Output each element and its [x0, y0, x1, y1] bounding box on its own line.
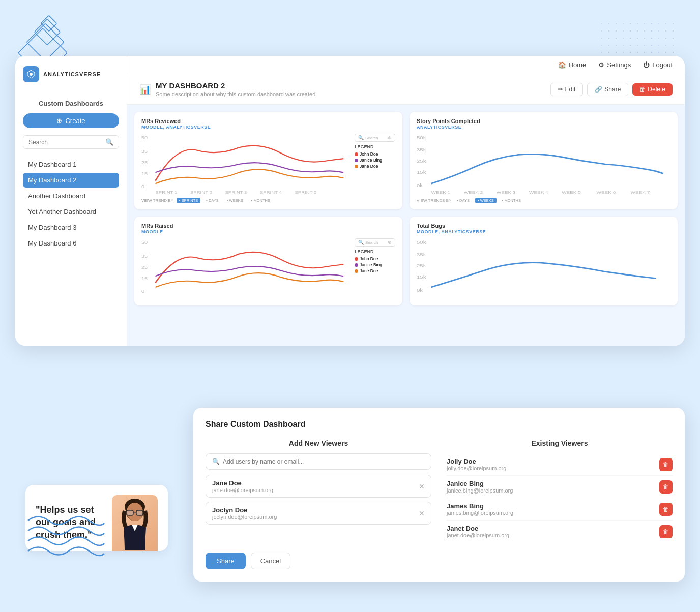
logo-icon [23, 66, 39, 82]
legend-title: LEGEND [355, 144, 395, 149]
legend-title-raised: LEGEND [355, 249, 395, 254]
remove-jolly-button[interactable]: 🗑 [659, 458, 673, 471]
dashboard-title-area: 📊 MY DASHBOARD 2 Some description about … [139, 81, 315, 97]
sidebar-item-dashboard1[interactable]: My Dashboard 1 [23, 157, 119, 172]
existing-viewer-jolly: Jolly Doe jolly.doe@loreipsum.org 🗑 [447, 453, 673, 476]
chart-subtitle-mrs-reviewed: MOODLE, ANALYTICSVERSE [141, 125, 395, 130]
svg-text:25k: 25k [417, 263, 426, 268]
delete-button[interactable]: 🗑 Delete [632, 83, 673, 96]
svg-text:50k: 50k [417, 240, 426, 244]
bg-waves-decoration [25, 510, 107, 561]
remove-jane-button[interactable]: ✕ [419, 482, 425, 491]
sidebar-item-dashboard3[interactable]: My Dashboard 3 [23, 220, 119, 235]
svg-text:25k: 25k [417, 159, 426, 163]
svg-text:WEEK 3: WEEK 3 [497, 190, 516, 195]
sidebar-item-yet-another[interactable]: Yet Another Dashboard [23, 204, 119, 219]
svg-text:15: 15 [141, 171, 148, 176]
svg-rect-41 [136, 510, 143, 515]
existing-viewer-jolly-name: Jolly Doe [447, 457, 506, 465]
create-button[interactable]: ⊕ Create [23, 113, 119, 128]
sidebar-item-dashboard2[interactable]: My Dashboard 2 [23, 173, 119, 188]
sidebar-section-title: Custom Dashboards [23, 100, 119, 107]
sidebar: ANALYTICSVERSE Custom Dashboards ⊕ Creat… [15, 56, 127, 346]
pencil-icon: ✏ [558, 86, 563, 93]
remove-janice-button[interactable]: 🗑 [659, 480, 673, 494]
viewer-search-box[interactable]: 🔍 [206, 453, 431, 470]
legend-search[interactable]: 🔍 Search ⊕ [355, 134, 395, 142]
svg-text:WEEK 2: WEEK 2 [464, 190, 483, 195]
existing-viewer-jolly-email: jolly.doe@loreipsum.org [447, 465, 506, 471]
home-nav-item[interactable]: 🏠 Home [558, 61, 587, 69]
chart-title-total-bugs: Total Bugs [417, 223, 670, 229]
legend-item-john-raised: John Doe [355, 256, 395, 261]
new-viewer-joclyn: Joclyn Doe joclyn.doe@loreipsum.org ✕ [206, 502, 431, 525]
chart-title-story-points: Story Points Completed [417, 118, 670, 124]
share-modal: Share Custom Dashboard Add New Viewers 🔍… [193, 408, 685, 582]
search-icon: 🔍 [212, 458, 220, 465]
legend-item-john: John Doe [355, 151, 395, 157]
legend-dot-orange-raised [355, 269, 358, 273]
new-viewer-jane: Jane Doe jane.doe@loreipsum.org ✕ [206, 475, 431, 498]
cancel-button[interactable]: Cancel [251, 553, 290, 569]
svg-text:35k: 35k [417, 147, 426, 152]
sidebar-item-another[interactable]: Another Dashboard [23, 189, 119, 203]
chart-area-mrs-reviewed: 50 35 25 15 0 SPRINT 1 SPR [141, 134, 351, 195]
sidebar-search-box[interactable]: 🔍 [23, 135, 119, 149]
existing-viewer-james: James Bing james.bing@loreipsum.org 🗑 [447, 498, 673, 521]
legend-search-raised[interactable]: 🔍 Search ⊕ [355, 238, 395, 247]
legend-dot-red [355, 152, 358, 156]
dashboard-description: Some description about why this custom d… [156, 91, 315, 97]
dashboard-header: 📊 MY DASHBOARD 2 Some description about … [127, 74, 685, 105]
svg-text:SPRINT 4: SPRINT 4 [260, 190, 282, 195]
trend-weeks[interactable]: ▪ WEEKS [224, 198, 246, 203]
trend-months-sp[interactable]: ▪ MONTHS [500, 198, 523, 203]
settings-icon: ⚙ [598, 61, 604, 69]
svg-text:WEEK 6: WEEK 6 [597, 190, 616, 195]
search-icon: 🔍 [105, 138, 113, 146]
remove-james-button[interactable]: 🗑 [659, 503, 673, 516]
legend-item-janice: Janice Bing [355, 158, 395, 163]
svg-rect-40 [127, 510, 133, 515]
existing-viewer-janet-email: janet.doe@loreipsum.org [447, 532, 509, 538]
svg-text:50: 50 [141, 135, 148, 140]
chart-legend-mrs-reviewed: 🔍 Search ⊕ LEGEND John Doe Janice Bing [355, 134, 395, 195]
legend-dot-purple-raised [355, 263, 358, 267]
chart-title-mrs-reviewed: MRs Reviewed [141, 118, 395, 124]
chart-legend-mrs-raised: 🔍 Search ⊕ LEGEND John Doe Janice Bing [355, 238, 395, 299]
logout-nav-item[interactable]: ⏻ Logout [643, 61, 673, 69]
chart-area-mrs-raised: 50 35 25 15 0 [141, 238, 351, 299]
logout-icon: ⏻ [643, 61, 650, 69]
trend-weeks-sp[interactable]: ▪ WEEKS [475, 198, 497, 203]
existing-viewer-janet: Janet Doe janet.doe@loreipsum.org 🗑 [447, 521, 673, 542]
existing-viewer-janet-name: Janet Doe [447, 525, 509, 532]
top-nav: 🏠 Home ⚙ Settings ⏻ Logout [127, 56, 685, 74]
remove-joclyn-button[interactable]: ✕ [419, 509, 425, 517]
new-viewer-joclyn-email: joclyn.doe@loreipsum.org [212, 514, 277, 520]
link-icon: 🔗 [595, 86, 602, 93]
share-confirm-button[interactable]: Share [206, 553, 246, 569]
svg-text:25: 25 [141, 160, 148, 165]
share-modal-footer: Share Cancel [206, 553, 673, 569]
viewer-search-input[interactable] [223, 458, 425, 465]
svg-text:WEEK 1: WEEK 1 [431, 190, 451, 195]
existing-viewer-janice: Janice Bing janice.bing@loreipsum.org 🗑 [447, 476, 673, 498]
svg-text:WEEK 4: WEEK 4 [529, 190, 548, 195]
new-viewer-jane-name: Jane Doe [212, 479, 273, 487]
svg-point-4 [30, 73, 33, 76]
svg-text:SPRINT 2: SPRINT 2 [190, 190, 212, 195]
sidebar-search-input[interactable] [28, 139, 102, 146]
settings-nav-item[interactable]: ⚙ Settings [598, 61, 631, 69]
existing-viewers-title: Existing Viewers [447, 439, 673, 447]
sidebar-item-dashboard6[interactable]: My Dashboard 6 [23, 236, 119, 251]
edit-button[interactable]: ✏ Edit [550, 83, 584, 96]
svg-text:35: 35 [141, 149, 148, 154]
trend-days-sp[interactable]: ▪ DAYS [454, 198, 472, 203]
remove-janet-button[interactable]: 🗑 [659, 525, 673, 538]
existing-viewer-janice-email: janice.bing@loreipsum.org [447, 487, 513, 494]
legend-dot-red-raised [355, 257, 358, 261]
trend-days[interactable]: ▪ DAYS [203, 198, 221, 203]
share-button[interactable]: 🔗 Share [587, 83, 628, 96]
trend-sprints[interactable]: ▪ SPRINTS [177, 198, 200, 203]
trend-months[interactable]: ▪ MONTHS [249, 198, 273, 203]
new-viewer-joclyn-name: Joclyn Doe [212, 506, 277, 514]
